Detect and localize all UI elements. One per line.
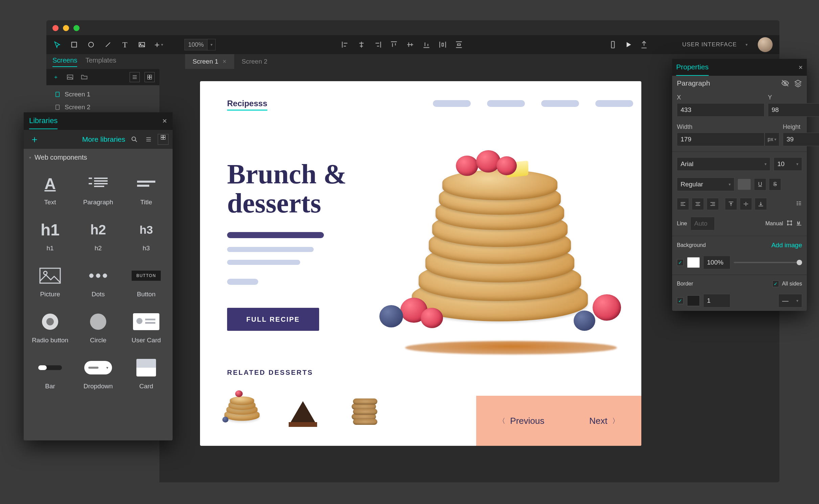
body-placeholder[interactable] [227,279,258,285]
distribute-h-icon[interactable] [438,40,447,49]
width-input[interactable] [677,133,765,146]
component-paragraph[interactable]: Paragraph [75,169,121,209]
grid-view-icon[interactable] [145,72,155,82]
layers-icon[interactable] [794,79,802,87]
y-input[interactable] [768,103,819,117]
component-radio-button[interactable]: Radio button [27,307,73,347]
play-icon[interactable] [624,40,633,49]
design-canvas[interactable]: Recipesss Brunch & desserts FULL RECIPE … [200,81,641,446]
valign-bottom-icon[interactable] [755,198,767,210]
bg-enabled-checkbox[interactable]: ✓ [677,259,684,266]
project-dropdown-icon[interactable]: ▾ [746,42,748,47]
border-enabled-checkbox[interactable]: ✓ [677,297,684,304]
cta-button[interactable]: FULL RECIPE [227,308,319,331]
text-tool[interactable]: T [119,39,131,51]
bg-color-swatch[interactable] [687,257,700,268]
text-color-swatch[interactable] [738,179,751,190]
component-picture[interactable]: Picture [27,261,73,301]
component-user-card[interactable]: User Card [123,307,169,347]
add-tool[interactable]: +▾ [153,39,165,51]
subtitle-bar[interactable] [227,232,324,238]
add-from-image-icon[interactable] [65,72,75,82]
align-bottom-icon[interactable] [422,40,431,49]
text-align-center-icon[interactable] [692,198,704,210]
next-button[interactable]: Next〉 [589,416,619,426]
component-circle[interactable]: Circle [75,307,121,347]
underline-icon[interactable]: U [754,178,766,190]
nav-placeholder[interactable] [487,100,525,107]
align-middle-icon[interactable] [406,40,415,49]
doc-tab-screen-2[interactable]: Screen 2 [234,54,275,69]
user-avatar[interactable] [758,37,773,52]
component-card[interactable]: Card [123,353,169,393]
doc-tab-screen-1[interactable]: Screen 1✕ [185,54,234,69]
libraries-close-icon[interactable]: ✕ [162,117,167,125]
bg-opacity-input[interactable] [703,256,730,269]
border-color-swatch[interactable] [687,295,700,306]
component-title[interactable]: Title [123,169,169,209]
circle-tool[interactable] [85,39,97,51]
add-screen-button[interactable]: ＋ [51,72,61,82]
related-heading[interactable]: RELATED DESSERTS [227,369,313,376]
line-height-input[interactable] [690,217,715,230]
component-bar[interactable]: Bar [27,353,73,393]
font-weight-dropdown[interactable]: Regular▾ [677,178,734,191]
width-unit-dropdown[interactable]: px▾ [765,133,779,146]
component-h1[interactable]: h1h1 [27,215,73,255]
related-thumb-pancakes[interactable] [220,386,264,429]
window-minimize[interactable] [63,25,69,31]
nav-placeholder[interactable] [595,100,633,107]
align-right-icon[interactable] [373,40,382,49]
properties-close-icon[interactable]: ✕ [798,64,803,71]
text-align-right-icon[interactable] [707,198,719,210]
strikethrough-icon[interactable]: S [769,178,781,190]
grid-view-icon[interactable] [158,134,169,145]
list-icon[interactable] [796,200,802,208]
border-width-input[interactable] [703,294,730,307]
new-library-button[interactable]: ＋ [28,133,41,146]
component-button[interactable]: BUTTONButton [123,261,169,301]
align-top-icon[interactable] [390,40,398,49]
x-input[interactable] [677,103,765,117]
screen-item-1[interactable]: Screen 1 [52,88,153,101]
add-folder-icon[interactable] [80,72,89,82]
section-web-components[interactable]: ▾Web components [24,149,173,166]
prev-button[interactable]: 〈Previous [499,416,544,426]
body-placeholder[interactable] [227,260,300,265]
border-style-dropdown[interactable]: —▾ [778,294,802,307]
height-input[interactable] [783,133,819,146]
component-dots[interactable]: Dots [75,261,121,301]
line-tool[interactable] [102,39,114,51]
upload-icon[interactable] [640,40,648,49]
nav-placeholder[interactable] [541,100,579,107]
zoom-level[interactable]: 100% [184,39,207,50]
font-family-dropdown[interactable]: Arial▾ [677,157,770,171]
pointer-tool[interactable] [51,39,63,51]
headline[interactable]: Brunch & desserts [227,160,347,218]
distribute-v-icon[interactable] [455,40,463,49]
screen-item-2[interactable]: Screen 2 [52,101,153,114]
device-preview-icon[interactable] [608,40,617,49]
valign-middle-icon[interactable] [740,198,752,210]
window-close[interactable] [52,25,59,31]
letter-spacing-icon[interactable] [796,220,802,227]
related-thumb-cookies[interactable] [342,386,385,429]
transform-icon[interactable] [787,220,793,227]
font-size-dropdown[interactable]: 10▾ [774,157,802,171]
list-view-icon[interactable] [143,136,154,143]
side-tab-screens[interactable]: Screens [52,56,77,67]
component-text[interactable]: AText [27,169,73,209]
all-sides-checkbox[interactable]: ✓ [772,280,779,287]
component-h2[interactable]: h2h2 [75,215,121,255]
rectangle-tool[interactable] [68,39,80,51]
search-icon[interactable] [129,136,139,143]
nav-placeholder[interactable] [433,100,471,107]
component-dropdown[interactable]: ▾Dropdown [75,353,121,393]
side-tab-templates[interactable]: Templates [85,56,116,67]
close-tab-icon[interactable]: ✕ [222,59,227,65]
text-align-left-icon[interactable] [677,198,689,210]
add-image-link[interactable]: Add image [771,242,802,249]
related-thumb-cake[interactable] [281,386,325,429]
align-left-icon[interactable] [341,40,350,49]
component-h3[interactable]: h3h3 [123,215,169,255]
